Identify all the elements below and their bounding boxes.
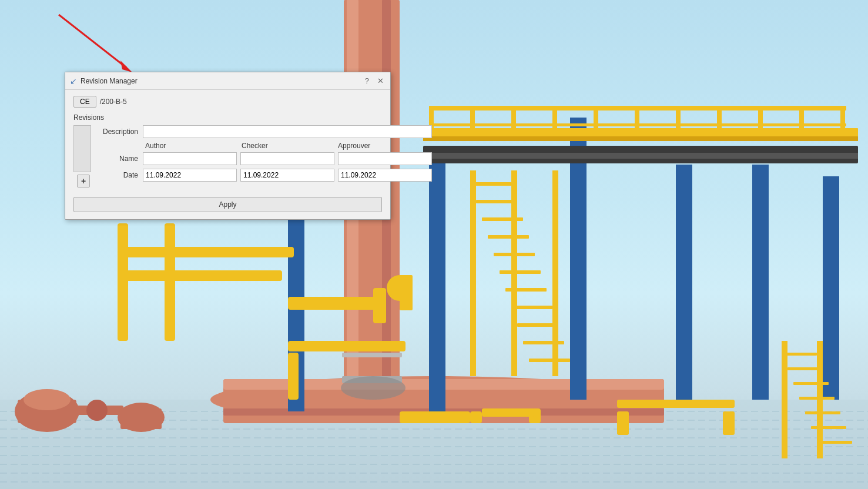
svg-rect-32 — [482, 217, 523, 221]
toolbar-row: CE /200-B-5 — [73, 96, 382, 108]
svg-rect-22 — [823, 176, 839, 400]
path-label: /200-B-5 — [100, 98, 127, 106]
svg-rect-89 — [723, 411, 735, 435]
svg-rect-64 — [782, 341, 787, 458]
date-approuver-input[interactable] — [338, 169, 432, 182]
svg-rect-86 — [482, 408, 535, 417]
date-row: Date — [96, 169, 432, 182]
svg-rect-30 — [470, 182, 511, 186]
col-header-checker: Checker — [239, 142, 336, 150]
svg-rect-87 — [617, 400, 735, 408]
help-button[interactable]: ? — [363, 77, 371, 85]
rev-box — [73, 125, 91, 172]
revision-manager-icon: ↙ — [70, 76, 77, 86]
name-field-group — [143, 152, 432, 165]
svg-rect-39 — [523, 341, 564, 344]
svg-rect-38 — [517, 323, 558, 327]
svg-rect-35 — [500, 270, 541, 274]
svg-point-77 — [86, 400, 108, 421]
svg-rect-29 — [552, 170, 558, 376]
svg-rect-24 — [423, 153, 858, 159]
svg-rect-83 — [400, 411, 470, 423]
svg-rect-36 — [505, 288, 547, 292]
svg-rect-37 — [511, 306, 552, 309]
svg-rect-81 — [342, 353, 402, 357]
revision-manager-dialog: ↙ Revision Manager ? ✕ CE /200-B-5 Revis… — [65, 72, 391, 220]
svg-rect-26 — [423, 136, 858, 141]
revisions-section-label: Revisions — [73, 113, 382, 122]
date-author-input[interactable] — [143, 169, 237, 182]
date-field-group — [143, 169, 432, 182]
description-label: Description — [96, 128, 143, 136]
svg-rect-67 — [787, 367, 823, 370]
svg-rect-34 — [494, 253, 535, 256]
svg-rect-52 — [429, 106, 846, 110]
svg-rect-58 — [288, 297, 382, 310]
svg-rect-57 — [165, 223, 175, 341]
svg-rect-66 — [782, 353, 817, 356]
svg-rect-31 — [476, 200, 517, 203]
svg-rect-20 — [676, 165, 692, 400]
name-checker-input[interactable] — [240, 152, 334, 165]
svg-rect-61 — [400, 275, 413, 310]
rev-left-panel: + — [73, 125, 96, 190]
add-button[interactable]: + — [77, 175, 90, 187]
dialog-controls: ? ✕ — [363, 77, 386, 85]
date-label: Date — [96, 171, 143, 179]
name-row: Name — [96, 152, 432, 165]
date-checker-input[interactable] — [240, 169, 334, 182]
svg-rect-33 — [488, 235, 529, 239]
svg-rect-25 — [423, 128, 858, 136]
svg-rect-69 — [799, 397, 835, 400]
svg-rect-62 — [288, 341, 405, 351]
col-header-author: Author — [143, 142, 239, 150]
close-button[interactable]: ✕ — [376, 77, 386, 85]
svg-rect-84 — [470, 411, 482, 423]
revisions-area: + Description Author Checker Approuver N… — [73, 125, 382, 190]
rev-form: Description Author Checker Approuver Nam… — [96, 125, 432, 190]
col-header-approuver: Approuver — [336, 142, 432, 150]
svg-rect-40 — [529, 359, 570, 362]
name-author-input[interactable] — [143, 152, 237, 165]
svg-rect-53 — [429, 123, 846, 126]
svg-rect-71 — [811, 426, 846, 429]
svg-rect-27 — [470, 170, 476, 376]
svg-rect-79 — [120, 408, 162, 429]
apply-button[interactable]: Apply — [73, 197, 382, 212]
dialog-title-left: ↙ Revision Manager — [70, 76, 138, 86]
description-input[interactable] — [143, 125, 432, 138]
svg-rect-88 — [617, 411, 629, 435]
name-label: Name — [96, 155, 143, 163]
dialog-body: CE /200-B-5 Revisions + Description Au — [65, 90, 390, 219]
svg-rect-56 — [118, 223, 128, 341]
svg-rect-21 — [752, 165, 769, 400]
ce-button[interactable]: CE — [73, 96, 96, 108]
dialog-title: Revision Manager — [81, 77, 138, 85]
svg-point-82 — [341, 376, 405, 400]
svg-rect-70 — [805, 411, 840, 414]
svg-rect-55 — [118, 270, 282, 281]
svg-rect-59 — [373, 288, 386, 323]
name-approuver-input[interactable] — [338, 152, 432, 165]
svg-point-75 — [24, 389, 71, 410]
svg-rect-63 — [288, 353, 299, 400]
svg-rect-68 — [793, 382, 829, 385]
svg-rect-72 — [817, 441, 852, 444]
col-headers: Author Checker Approuver — [96, 142, 432, 150]
description-row: Description — [96, 125, 432, 138]
svg-rect-54 — [118, 247, 294, 257]
dialog-titlebar: ↙ Revision Manager ? ✕ — [65, 72, 390, 90]
